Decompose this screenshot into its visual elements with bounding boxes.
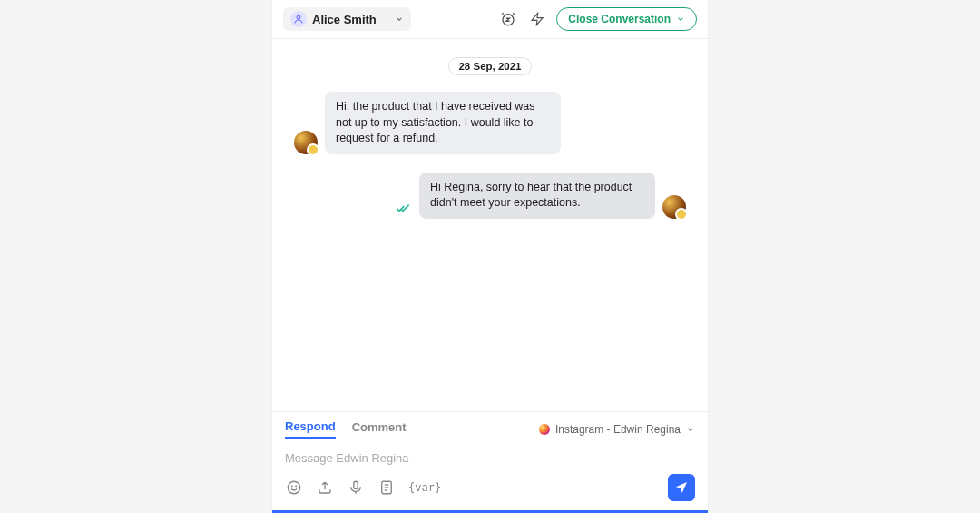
- conversation-panel: Alice Smith Close Conversation 28 Sep, 2…: [272, 0, 708, 513]
- svg-point-5: [296, 486, 297, 487]
- instagram-icon: [539, 424, 550, 435]
- chevron-down-icon: [395, 15, 404, 24]
- channel-label: Instagram - Edwin Regina: [555, 423, 681, 436]
- tab-comment[interactable]: Comment: [352, 420, 407, 438]
- svg-rect-6: [354, 481, 358, 488]
- close-conversation-label: Close Conversation: [568, 13, 671, 25]
- message-input[interactable]: [285, 448, 695, 474]
- template-icon[interactable]: [377, 478, 396, 497]
- svg-point-0: [297, 15, 300, 19]
- close-conversation-button[interactable]: Close Conversation: [556, 7, 697, 31]
- conversation-header: Alice Smith Close Conversation: [272, 0, 708, 39]
- chevron-down-icon: [676, 15, 685, 24]
- message-bubble: Hi, the product that I have received was…: [325, 92, 561, 154]
- send-button[interactable]: [668, 474, 695, 501]
- read-receipt-icon: [396, 201, 410, 215]
- send-icon: [674, 480, 689, 495]
- emoji-icon[interactable]: [285, 478, 303, 497]
- variable-button[interactable]: {var}: [408, 481, 441, 494]
- composer-tabs: Respond Comment Instagram - Edwin Regina: [285, 419, 695, 439]
- upload-icon[interactable]: [316, 478, 334, 497]
- assignee-avatar-icon: [290, 11, 307, 27]
- header-actions: Close Conversation: [498, 7, 697, 31]
- date-chip: 28 Sep, 2021: [448, 57, 531, 75]
- bolt-icon[interactable]: [527, 9, 547, 29]
- svg-point-4: [291, 486, 292, 487]
- microphone-icon[interactable]: [347, 478, 365, 497]
- assignee-selector[interactable]: Alice Smith: [283, 7, 411, 31]
- snooze-icon[interactable]: [498, 9, 518, 29]
- message-bubble: Hi Regina, sorry to hear that the produc…: [419, 173, 655, 219]
- message-row: Hi, the product that I have received was…: [294, 92, 686, 154]
- agent-avatar: [662, 195, 686, 219]
- channel-selector[interactable]: Instagram - Edwin Regina: [539, 423, 695, 436]
- contact-avatar: [294, 131, 318, 154]
- message-composer: Respond Comment Instagram - Edwin Regina: [272, 411, 708, 513]
- svg-marker-2: [532, 13, 543, 25]
- date-separator: 28 Sep, 2021: [294, 57, 686, 75]
- assignee-name: Alice Smith: [312, 13, 377, 26]
- svg-point-3: [288, 481, 300, 494]
- composer-toolbar: {var}: [285, 474, 695, 510]
- chevron-down-icon: [686, 425, 695, 434]
- chat-body: 28 Sep, 2021 Hi, the product that I have…: [272, 39, 708, 411]
- tab-respond[interactable]: Respond: [285, 419, 336, 439]
- message-row: Hi Regina, sorry to hear that the produc…: [294, 173, 686, 219]
